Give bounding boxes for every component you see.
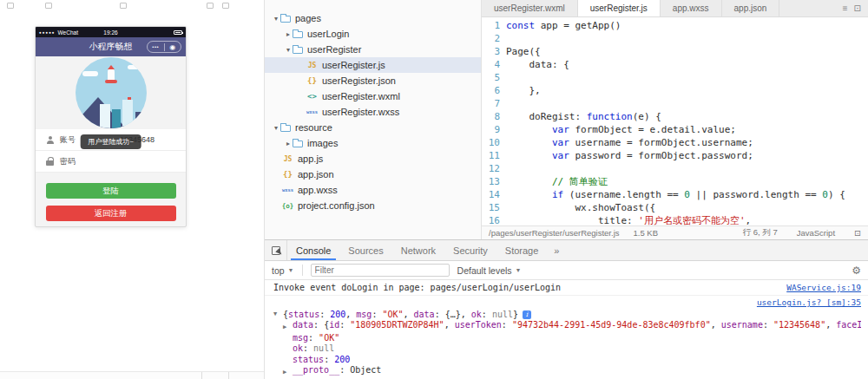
property-tokens: __proto__: Object [293, 365, 381, 378]
toolbar-icon[interactable] [45, 3, 52, 9]
source-link[interactable]: WAService.js:19 [786, 283, 861, 293]
editor-tabbar: userRegister.wxml userRegister.js app.wx… [482, 0, 868, 17]
tree-item-pages[interactable]: ▾pages [265, 10, 481, 26]
tab-app-wxss[interactable]: app.wxss [661, 0, 722, 16]
tabs-overflow-chevron[interactable]: » [547, 240, 566, 260]
code-line[interactable]: }, [506, 84, 868, 97]
toolbar-icon[interactable] [207, 3, 214, 9]
object-property-row[interactable]: ▶data: {id: "180905DRTWZ0P84H", userToke… [273, 320, 861, 333]
code-line[interactable]: doRegist: function(e) { [506, 110, 868, 123]
code-line[interactable] [506, 32, 868, 45]
json-file-icon: {} [305, 76, 319, 85]
panel-toggle-icon[interactable]: ⊡ [854, 228, 861, 238]
code-line[interactable] [506, 71, 868, 84]
chevron-right-icon[interactable]: ▸ [284, 30, 293, 38]
toolbar-strip [0, 0, 264, 10]
toolbar-icon[interactable] [7, 3, 14, 9]
line-number: 1 [482, 19, 500, 32]
code-line[interactable]: var username = formObject.username; [506, 136, 868, 149]
file-path: /pages/userRegister/userRegister.js [489, 228, 620, 238]
console-settings-gear-icon[interactable]: ⚙ [852, 265, 861, 277]
tab-console[interactable]: Console [287, 240, 339, 260]
tree-item-label: images [307, 138, 338, 148]
object-property-row[interactable]: ▶__proto__: Object [273, 365, 861, 378]
tree-item-userRegister.json[interactable]: {}userRegister.json [265, 73, 481, 88]
log-level-selector[interactable]: Default levels ▼ [457, 265, 522, 276]
context-selector[interactable]: top ▼ [272, 265, 294, 276]
tab-userRegister-js[interactable]: userRegister.js [578, 0, 661, 16]
code-line[interactable]: data: { [506, 58, 868, 71]
tree-item-project.config.json[interactable]: {o}project.config.json [265, 198, 481, 213]
inspect-element-icon[interactable] [265, 240, 287, 260]
more-menu-icon[interactable]: ••• [148, 44, 164, 49]
tree-item-app.wxss[interactable]: wxssapp.wxss [265, 182, 481, 198]
chevron-down-icon[interactable]: ▾ [272, 15, 280, 23]
editor-list-icon[interactable]: ≡ [843, 3, 848, 13]
exit-icon[interactable]: ◉ [165, 43, 181, 51]
city-rocket-illustration [76, 57, 147, 128]
toolbar-icon[interactable] [120, 3, 127, 9]
tree-item-userRegister.wxml[interactable]: <>userRegister.wxml [265, 88, 481, 104]
building-shape [135, 112, 145, 128]
object-property-row[interactable]: msg: "OK" [273, 333, 861, 344]
expand-triangle-icon[interactable]: ▶ [283, 365, 293, 378]
console-filter-input[interactable] [311, 264, 450, 277]
tab-app-json[interactable]: app.json [722, 0, 780, 16]
tree-item-images[interactable]: ▸images [265, 135, 481, 151]
chevron-down-icon[interactable]: ▾ [284, 46, 293, 54]
source-link[interactable]: userLogin.js? [sm]:35 [757, 297, 861, 308]
log-object-preview[interactable]: {status: 200, msg: "OK", data: {…}, ok: … [283, 309, 518, 320]
rocket-icon [108, 69, 115, 82]
code-line[interactable]: wx.showToast({ [506, 201, 868, 214]
devtools-tabbar: Console Sources Network Security Storage… [265, 240, 868, 261]
expand-triangle-icon[interactable]: ▶ [283, 320, 293, 333]
tab-userRegister-wxml[interactable]: userRegister.wxml [482, 0, 578, 16]
code-line[interactable] [506, 97, 868, 110]
collapse-triangle-icon[interactable]: ▼ [273, 309, 283, 320]
console-log-entry: userLogin.js? [sm]:35 ▼ {status: 200, ms… [265, 296, 868, 379]
line-number: 6 [482, 84, 500, 97]
cloud-icon [82, 71, 98, 76]
code-lines[interactable]: const app = getApp()Page({ data: { }, do… [506, 17, 868, 225]
code-line[interactable]: if (username.length == 0 || password.len… [506, 188, 868, 201]
tree-item-label: app.js [298, 154, 323, 164]
tree-item-userRegister[interactable]: ▾userRegister [265, 42, 481, 57]
tree-item-app.json[interactable]: {}app.json [265, 167, 481, 182]
chevron-down-icon[interactable]: ▾ [272, 124, 280, 132]
tree-item-userLogin[interactable]: ▸userLogin [265, 26, 481, 42]
phone-statusbar: ●●●●● WeChat 19:26 [36, 27, 186, 37]
object-property-row[interactable]: ok: null [273, 343, 861, 355]
tree-item-resource[interactable]: ▾resource [265, 120, 481, 135]
tab-security[interactable]: Security [444, 240, 496, 260]
tree-item-label: userRegister [307, 44, 361, 55]
language-mode[interactable]: JavaScript [797, 228, 835, 238]
code-line[interactable]: // 简单验证 [506, 175, 868, 188]
code-area[interactable]: 12345678910111213141516 const app = getA… [482, 17, 868, 225]
code-line[interactable]: var formObject = e.detail.value; [506, 123, 868, 136]
tree-item-userRegister.wxss[interactable]: wxssuserRegister.wxss [265, 104, 481, 120]
code-line[interactable]: title: '用户名或密码不能为空', [506, 214, 868, 225]
building-shape [100, 104, 110, 128]
folder-icon [293, 140, 303, 147]
toolbar-icon[interactable] [222, 3, 229, 9]
code-line[interactable] [506, 162, 868, 175]
back-to-register-button[interactable]: 返回注册 [46, 206, 176, 221]
code-line[interactable]: const app = getApp() [506, 19, 868, 32]
code-line[interactable]: Page({ [506, 45, 868, 58]
tab-storage[interactable]: Storage [496, 240, 548, 260]
editor-split-icon[interactable]: ⊡ [854, 3, 861, 13]
chevron-right-icon[interactable]: ▸ [284, 140, 293, 147]
tree-item-label: userRegister.json [322, 75, 396, 86]
tab-sources[interactable]: Sources [339, 240, 391, 260]
toast-message: 用户登陆成功~ [80, 134, 141, 149]
tree-item-userRegister.js[interactable]: JSuserRegister.js [265, 57, 481, 73]
property-tokens: data: {id: "180905DRTWZ0P84H", userToken… [293, 320, 861, 333]
tree-item-app.js[interactable]: JSapp.js [265, 151, 481, 167]
tab-network[interactable]: Network [392, 240, 444, 260]
line-number: 2 [482, 32, 500, 45]
line-number: 9 [482, 123, 500, 136]
code-line[interactable]: var password = formObject.password; [506, 149, 868, 162]
login-button[interactable]: 登陆 [46, 183, 176, 199]
object-property-row[interactable]: status: 200 [273, 355, 861, 366]
line-number: 16 [482, 214, 500, 225]
